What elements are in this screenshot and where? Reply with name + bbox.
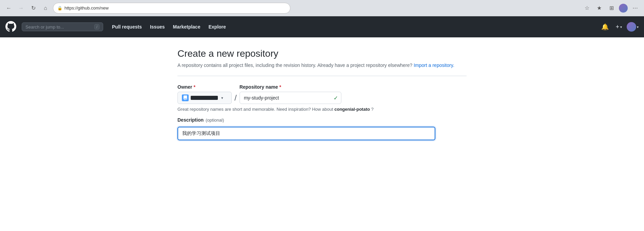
- owner-name: [191, 96, 218, 100]
- github-logo[interactable]: [5, 21, 16, 33]
- section-divider: [177, 76, 467, 76]
- navbar-right: 🔔 + ▾ ▾: [599, 22, 639, 32]
- import-repo-link[interactable]: Import a repository.: [414, 63, 454, 68]
- profile-avatar[interactable]: [619, 4, 628, 13]
- browser-chrome: ← → ↻ ⌂ 🔒 https://github.com/new ☆ ★ ⊞ ⋯: [0, 0, 644, 16]
- repo-name-label: Repository name *: [240, 84, 341, 90]
- reading-list-button[interactable]: ★: [594, 3, 604, 13]
- owner-avatar-icon: [182, 94, 189, 101]
- nav-pull-requests[interactable]: Pull requests: [109, 22, 145, 32]
- user-menu-button[interactable]: ▾: [627, 22, 639, 32]
- chevron-down-icon: ▾: [620, 25, 622, 29]
- browser-right-controls: ☆ ★ ⊞ ⋯: [582, 3, 640, 13]
- owner-group: Owner * ▾: [177, 84, 232, 104]
- user-chevron-icon: ▾: [637, 25, 639, 29]
- nav-links: Pull requests Issues Marketplace Explore: [109, 22, 229, 32]
- owner-required: *: [194, 84, 195, 90]
- github-navbar: Search or jump to... / Pull requests Iss…: [0, 16, 644, 37]
- owner-repo-row: Owner * ▾ / Repository n: [177, 84, 467, 104]
- home-button[interactable]: ⌂: [41, 3, 50, 13]
- page-description: A repository contains all project files,…: [177, 62, 467, 69]
- notifications-button[interactable]: 🔔: [599, 22, 611, 32]
- github-logo-icon: [5, 21, 16, 32]
- suggestion-link[interactable]: congenial-potato: [334, 107, 370, 112]
- new-menu-button[interactable]: + ▾: [613, 22, 624, 32]
- page-content: Create a new repository A repository con…: [0, 37, 644, 231]
- search-bar[interactable]: Search or jump to... /: [22, 22, 103, 31]
- bell-icon: 🔔: [601, 23, 609, 31]
- owner-label: Owner *: [177, 84, 232, 90]
- page-title: Create a new repository: [177, 48, 467, 59]
- nav-explore[interactable]: Explore: [205, 22, 229, 32]
- owner-chevron-icon: ▾: [221, 96, 223, 100]
- extensions-button[interactable]: ⊞: [607, 3, 616, 13]
- forward-button[interactable]: →: [16, 3, 26, 13]
- description-input[interactable]: [177, 127, 435, 140]
- description-group: Description (optional): [177, 117, 435, 140]
- repo-name-input[interactable]: [240, 92, 341, 104]
- nav-issues[interactable]: Issues: [147, 22, 168, 32]
- repo-name-input-wrapper: ✓: [240, 92, 341, 104]
- repo-name-hint: Great repository names are short and mem…: [177, 107, 467, 112]
- repo-name-required: *: [279, 84, 281, 90]
- description-label: Description (optional): [177, 117, 435, 123]
- back-button[interactable]: ←: [4, 3, 14, 13]
- bookmark-button[interactable]: ☆: [582, 3, 592, 13]
- repo-name-group: Repository name * ✓: [240, 84, 341, 104]
- reload-button[interactable]: ↻: [29, 3, 38, 13]
- user-avatar: [627, 22, 636, 32]
- form-container: Create a new repository A repository con…: [169, 48, 475, 140]
- address-bar[interactable]: 🔒 https://github.com/new: [53, 3, 290, 14]
- lock-icon: 🔒: [57, 6, 62, 11]
- browser-menu-button[interactable]: ⋯: [630, 3, 640, 13]
- owner-select[interactable]: ▾: [177, 92, 232, 104]
- valid-check-icon: ✓: [334, 95, 338, 101]
- nav-marketplace[interactable]: Marketplace: [170, 22, 204, 32]
- path-separator: /: [234, 93, 237, 104]
